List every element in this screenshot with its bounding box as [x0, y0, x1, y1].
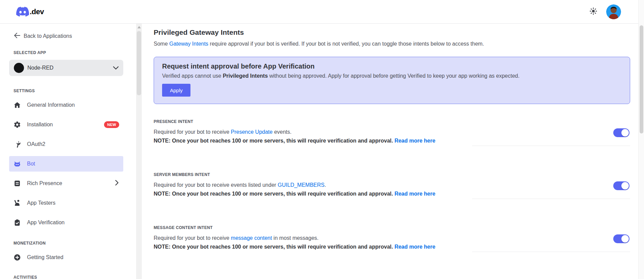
- home-icon: [14, 101, 21, 109]
- guild-members-link[interactable]: GUILD_MEMBERS: [278, 182, 325, 188]
- new-badge: NEW: [104, 121, 119, 128]
- toggle-knob: [621, 129, 629, 136]
- discord-dev-logo[interactable]: .dev: [16, 7, 44, 17]
- toggle-knob: [621, 235, 629, 243]
- banner-title: Request intent approval before App Verif…: [162, 62, 622, 70]
- page-scrollbar-thumb[interactable]: [640, 25, 643, 133]
- desc-post: events.: [273, 129, 291, 135]
- divider: [472, 146, 630, 146]
- gear-icon: [14, 121, 21, 128]
- read-more-link[interactable]: Read more here: [394, 191, 435, 197]
- intent-description: Required for your bot to receive Presenc…: [154, 129, 630, 135]
- app-icon: [14, 63, 24, 73]
- chevron-right-icon: [115, 180, 119, 187]
- read-more-link[interactable]: Read more here: [394, 244, 435, 250]
- nav-item-label: Getting Started: [27, 254, 63, 260]
- sidebar-item-app-verification[interactable]: App Verification: [9, 215, 123, 230]
- sidebar-scrollbar-thumb[interactable]: [137, 31, 141, 95]
- sun-icon: [589, 7, 597, 17]
- toggle-knob: [621, 182, 629, 189]
- intent-note: NOTE: Once your bot reaches 100 or more …: [154, 191, 630, 197]
- read-more-link[interactable]: Read more here: [394, 138, 435, 144]
- clipboard-check-icon: [14, 219, 21, 226]
- back-arrow-icon: [14, 33, 20, 40]
- user-avatar[interactable]: [606, 4, 621, 19]
- intent-note: NOTE: Once your bot reaches 100 or more …: [154, 138, 630, 144]
- theme-toggle-button[interactable]: [589, 7, 598, 17]
- sidebar-item-bot[interactable]: Bot: [9, 156, 123, 172]
- server-members-intent-toggle[interactable]: [613, 181, 629, 190]
- nav-item-label: App Testers: [27, 200, 55, 206]
- scroll-up-arrow-icon[interactable]: [137, 26, 141, 28]
- intent-label: SERVER MEMBERS INTENT: [154, 172, 630, 177]
- banner-body: Verified apps cannot use Privileged Inte…: [162, 73, 622, 79]
- message-content-intent-row: MESSAGE CONTENT INTENT Required for your…: [154, 225, 630, 252]
- settings-nav: General Information Installation NEW OAu…: [9, 97, 136, 230]
- desc-pre: Required for your bot to receive: [154, 235, 231, 241]
- desc-post: in most messages.: [272, 235, 318, 241]
- document-icon: [14, 180, 21, 187]
- plus-circle-icon: [14, 254, 21, 261]
- top-header: .dev: [0, 0, 644, 24]
- nav-item-label: Bot: [27, 161, 35, 167]
- intent-label: PRESENCE INTENT: [154, 119, 630, 124]
- main-content: Privileged Gateway Intents Some Gateway …: [142, 24, 644, 279]
- message-content-link[interactable]: message content: [231, 235, 272, 241]
- intro-pre: Some: [154, 41, 169, 47]
- desc-pre: Required for your bot to receive events …: [154, 182, 278, 188]
- nav-item-label: App Verification: [27, 220, 65, 226]
- intent-list: PRESENCE INTENT Required for your bot to…: [154, 119, 630, 252]
- intent-description: Required for your bot to receive message…: [154, 235, 630, 241]
- presence-intent-toggle[interactable]: [613, 128, 629, 137]
- monetization-nav: Getting Started: [9, 250, 136, 265]
- note-text: NOTE: Once your bot reaches 100 or more …: [154, 191, 394, 197]
- desc-post: .: [325, 182, 326, 188]
- desc-pre: Required for your bot to receive: [154, 129, 231, 135]
- activities-section-label: ACTIVITIES: [14, 275, 136, 279]
- message-content-intent-toggle[interactable]: [613, 234, 629, 243]
- nav-item-label: General Information: [27, 102, 75, 108]
- intent-note: NOTE: Once your bot reaches 100 or more …: [154, 244, 630, 250]
- gateway-intents-link[interactable]: Gateway Intents: [169, 41, 208, 47]
- selected-app-label: SELECTED APP: [14, 50, 136, 55]
- monetization-section-label: MONETIZATION: [14, 241, 136, 246]
- sidebar-item-rich-presence[interactable]: Rich Presence: [9, 176, 123, 191]
- note-text: NOTE: Once your bot reaches 100 or more …: [154, 138, 394, 144]
- banner-body-bold: Privileged Intents: [223, 73, 268, 79]
- selected-app-name: Node-RED: [27, 65, 110, 71]
- banner-body-post: without being approved. Apply for approv…: [268, 73, 519, 79]
- bot-icon: [14, 160, 21, 168]
- discord-logo-icon: [16, 7, 29, 17]
- sidebar-item-getting-started[interactable]: Getting Started: [9, 250, 123, 265]
- sidebar-item-general-information[interactable]: General Information: [9, 97, 123, 113]
- sidebar-scrollbar[interactable]: [136, 24, 142, 279]
- note-text: NOTE: Once your bot reaches 100 or more …: [154, 244, 394, 250]
- intent-approval-banner: Request intent approval before App Verif…: [154, 57, 630, 104]
- intent-description: Required for your bot to receive events …: [154, 182, 630, 188]
- sidebar-item-installation[interactable]: Installation NEW: [9, 117, 123, 132]
- back-link-label: Back to Applications: [24, 33, 72, 39]
- back-to-applications-link[interactable]: Back to Applications: [14, 33, 136, 40]
- header-actions: [589, 4, 628, 19]
- nav-item-label: Installation: [27, 122, 98, 128]
- sidebar-item-app-testers[interactable]: App Testers: [9, 195, 123, 211]
- settings-section-label: SETTINGS: [14, 88, 136, 93]
- page-scrollbar[interactable]: [638, 0, 644, 279]
- presence-intent-row: PRESENCE INTENT Required for your bot to…: [154, 119, 630, 146]
- chevron-down-icon: [113, 65, 119, 71]
- banner-body-pre: Verified apps cannot use: [162, 73, 223, 79]
- sidebar-item-oauth2[interactable]: OAuth2: [9, 136, 123, 152]
- wrench-icon: [14, 141, 21, 148]
- person-wave-icon: [14, 199, 21, 207]
- sidebar: Back to Applications SELECTED APP Node-R…: [0, 24, 136, 279]
- app-screen: .dev: [0, 0, 644, 279]
- intro-text: Some Gateway Intents require approval if…: [154, 41, 630, 47]
- divider: [472, 199, 630, 199]
- page-title: Privileged Gateway Intents: [154, 28, 630, 36]
- apply-button[interactable]: Apply: [162, 84, 190, 97]
- app-selector-dropdown[interactable]: Node-RED: [9, 60, 123, 76]
- server-members-intent-row: SERVER MEMBERS INTENT Required for your …: [154, 172, 630, 199]
- nav-item-label: Rich Presence: [27, 180, 109, 186]
- divider: [472, 252, 630, 252]
- presence-update-link[interactable]: Presence Update: [231, 129, 273, 135]
